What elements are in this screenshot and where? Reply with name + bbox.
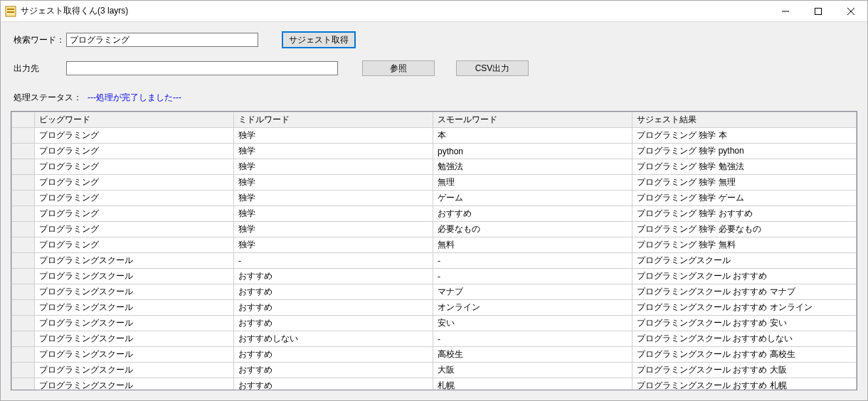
suggest-button[interactable]: サジェスト取得 (282, 32, 355, 48)
table-cell[interactable]: おすすめ (234, 347, 433, 363)
table-cell[interactable]: プログラミングスクール (35, 347, 234, 363)
table-row[interactable]: プログラミング独学勉強法プログラミング 独学 勉強法 (12, 159, 857, 175)
minimize-button[interactable] (769, 1, 802, 21)
search-input[interactable] (66, 33, 258, 47)
table-cell[interactable]: プログラミング (35, 206, 234, 222)
table-cell[interactable]: プログラミング 独学 おすすめ (633, 206, 857, 222)
row-header-cell[interactable] (12, 347, 35, 363)
table-cell[interactable]: プログラミング (35, 144, 234, 159)
row-header-cell[interactable] (12, 269, 35, 284)
table-cell[interactable]: 独学 (234, 175, 433, 191)
table-cell[interactable]: プログラミングスクール おすすめ 大阪 (633, 363, 857, 378)
row-header-cell[interactable] (12, 144, 35, 159)
row-header-cell[interactable] (12, 284, 35, 300)
row-header-cell[interactable] (12, 175, 35, 191)
table-cell[interactable]: プログラミング (35, 128, 234, 144)
table-cell[interactable]: 安い (433, 316, 633, 331)
table-cell[interactable]: 本 (433, 128, 633, 144)
row-header-cell[interactable] (12, 378, 35, 390)
table-cell[interactable]: プログラミングスクール (633, 253, 857, 269)
table-cell[interactable]: 独学 (234, 222, 433, 237)
table-cell[interactable]: 勉強法 (433, 159, 633, 175)
table-row[interactable]: プログラミングスクールおすすめ安いプログラミングスクール おすすめ 安い (12, 316, 857, 331)
table-cell[interactable]: プログラミングスクール (35, 316, 234, 331)
table-cell[interactable]: おすすめ (234, 269, 433, 284)
table-cell[interactable]: おすすめ (234, 378, 433, 390)
row-header-cell[interactable] (12, 128, 35, 144)
table-cell[interactable]: - (234, 253, 433, 269)
table-cell[interactable]: プログラミングスクール おすすめ 札幌 (633, 378, 857, 390)
table-cell[interactable]: プログラミング 独学 python (633, 144, 857, 159)
table-cell[interactable]: 独学 (234, 206, 433, 222)
browse-button[interactable]: 参照 (362, 60, 435, 76)
row-header-cell[interactable] (12, 300, 35, 316)
grid-scroll[interactable]: ビッグワード ミドルワード スモールワード サジェスト結果 プログラミング独学本… (11, 112, 857, 390)
table-cell[interactable]: プログラミング 独学 無理 (633, 175, 857, 191)
table-cell[interactable]: おすすめ (234, 316, 433, 331)
table-row[interactable]: プログラミングスクールおすすめしない-プログラミングスクール おすすめしない (12, 331, 857, 347)
table-row[interactable]: プログラミングスクールおすすめ大阪プログラミングスクール おすすめ 大阪 (12, 363, 857, 378)
table-row[interactable]: プログラミング独学無理プログラミング 独学 無理 (12, 175, 857, 191)
table-cell[interactable]: プログラミング 独学 勉強法 (633, 159, 857, 175)
table-row[interactable]: プログラミングスクールおすすめオンラインプログラミングスクール おすすめ オンラ… (12, 300, 857, 316)
row-header-cell[interactable] (12, 206, 35, 222)
row-header-cell[interactable] (12, 331, 35, 347)
table-cell[interactable]: おすすめ (433, 206, 633, 222)
table-cell[interactable]: python (433, 144, 633, 159)
table-row[interactable]: プログラミングスクール--プログラミングスクール (12, 253, 857, 269)
table-row[interactable]: プログラミング独学本プログラミング 独学 本 (12, 128, 857, 144)
titlebar[interactable]: サジェスト取得くん(3 layrs) (1, 1, 867, 22)
csv-export-button[interactable]: CSV出力 (456, 60, 529, 76)
table-cell[interactable]: プログラミング (35, 175, 234, 191)
table-row[interactable]: プログラミングスクールおすすめマナブプログラミングスクール おすすめ マナブ (12, 284, 857, 300)
table-cell[interactable]: 独学 (234, 159, 433, 175)
table-cell[interactable]: プログラミングスクール おすすめしない (633, 331, 857, 347)
table-cell[interactable]: プログラミングスクール おすすめ マナブ (633, 284, 857, 300)
table-row[interactable]: プログラミング独学無料プログラミング 独学 無料 (12, 237, 857, 253)
table-cell[interactable]: プログラミングスクール (35, 253, 234, 269)
table-cell[interactable]: プログラミング 独学 無料 (633, 237, 857, 253)
row-header-cell[interactable] (12, 159, 35, 175)
table-cell[interactable]: おすすめ (234, 363, 433, 378)
table-cell[interactable]: 独学 (234, 191, 433, 206)
table-cell[interactable]: プログラミング (35, 159, 234, 175)
col-header[interactable]: サジェスト結果 (633, 112, 857, 128)
close-button[interactable] (835, 1, 867, 21)
table-cell[interactable]: プログラミングスクール おすすめ 安い (633, 316, 857, 331)
table-cell[interactable]: プログラミング 独学 本 (633, 128, 857, 144)
table-row[interactable]: プログラミング独学おすすめプログラミング 独学 おすすめ (12, 206, 857, 222)
table-cell[interactable]: プログラミングスクール (35, 363, 234, 378)
row-header-cell[interactable] (12, 253, 35, 269)
table-cell[interactable]: ゲーム (433, 191, 633, 206)
table-cell[interactable]: プログラミング (35, 191, 234, 206)
table-cell[interactable]: プログラミングスクール (35, 269, 234, 284)
table-cell[interactable]: おすすめ (234, 284, 433, 300)
table-row[interactable]: プログラミングスクールおすすめ札幌プログラミングスクール おすすめ 札幌 (12, 378, 857, 390)
col-header[interactable]: ビッグワード (35, 112, 234, 128)
row-header-cell[interactable] (12, 222, 35, 237)
table-cell[interactable]: プログラミングスクール (35, 300, 234, 316)
table-cell[interactable]: プログラミング (35, 237, 234, 253)
table-cell[interactable]: プログラミング 独学 必要なもの (633, 222, 857, 237)
table-cell[interactable]: プログラミングスクール (35, 284, 234, 300)
table-cell[interactable]: おすすめ (234, 300, 433, 316)
table-cell[interactable]: 無料 (433, 237, 633, 253)
table-cell[interactable]: 高校生 (433, 347, 633, 363)
table-cell[interactable]: プログラミングスクール おすすめ 高校生 (633, 347, 857, 363)
table-cell[interactable]: マナブ (433, 284, 633, 300)
col-header[interactable]: スモールワード (433, 112, 633, 128)
table-cell[interactable]: 札幌 (433, 378, 633, 390)
row-header-cell[interactable] (12, 191, 35, 206)
table-cell[interactable]: 独学 (234, 128, 433, 144)
row-header-cell[interactable] (12, 316, 35, 331)
table-row[interactable]: プログラミングスクールおすすめ高校生プログラミングスクール おすすめ 高校生 (12, 347, 857, 363)
table-row[interactable]: プログラミングスクールおすすめ-プログラミングスクール おすすめ (12, 269, 857, 284)
row-header-cell[interactable] (12, 363, 35, 378)
table-cell[interactable]: おすすめしない (234, 331, 433, 347)
table-row[interactable]: プログラミング独学pythonプログラミング 独学 python (12, 144, 857, 159)
maximize-button[interactable] (802, 1, 835, 21)
table-cell[interactable]: プログラミングスクール (35, 331, 234, 347)
table-cell[interactable]: プログラミングスクール おすすめ オンライン (633, 300, 857, 316)
table-cell[interactable]: 無理 (433, 175, 633, 191)
table-cell[interactable]: - (433, 253, 633, 269)
